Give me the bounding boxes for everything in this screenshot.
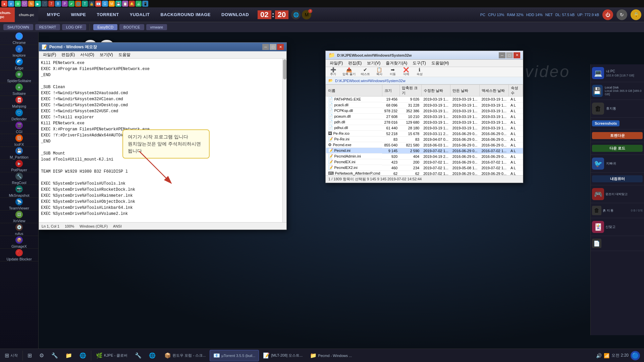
right-winjoy[interactable]: 🎮 윈조이 대박맞고 — [591, 185, 644, 203]
notepad-scrollbar[interactable] — [282, 59, 286, 222]
table-row[interactable]: 📄 pdhui.dll 61 440 28 180 2019-03-19 1..… — [326, 125, 523, 131]
top-icon-4[interactable]: 🛡 — [21, 1, 28, 7]
taskbar-kjpe[interactable]: 🌿 KJPE - 클로버 — [93, 350, 131, 361]
nav-torrent[interactable]: TORRENT — [92, 7, 124, 22]
col-acc[interactable]: 액세스한 날짜 — [479, 85, 508, 97]
tray-radar-icon[interactable]: 🔵 — [631, 351, 640, 360]
fm-menu-view[interactable]: 보기(V) — [364, 60, 383, 67]
fm-copy-btn[interactable]: 📋 복사 — [373, 67, 385, 77]
table-row[interactable]: 📝 PecmdEX.ini 423 200 2019-07-02 1... 20… — [326, 159, 523, 165]
taskbar-tool2[interactable]: 🔧 — [131, 350, 145, 361]
vmware-btn[interactable]: vmware — [146, 24, 167, 30]
taskbar-filemanager[interactable]: 📁 Pecmd - Windows ... — [307, 350, 355, 361]
notepad-menu-file[interactable]: 파일(F) — [40, 51, 59, 59]
top-icon-6[interactable]: ▶ — [35, 1, 41, 7]
top-icon-16[interactable]: G — [102, 1, 108, 7]
col-attr[interactable]: 속성 수 — [508, 85, 523, 97]
restart-btn[interactable]: RESTART — [35, 24, 60, 30]
logoff-btn[interactable]: LOG OFF — [62, 24, 86, 30]
top-icon-2[interactable]: e — [8, 1, 14, 7]
taskbar-logo[interactable]: chum-pc — [0, 7, 15, 22]
fm-menu-help[interactable]: 도움말(H) — [429, 60, 452, 67]
bootice-btn[interactable]: BOOTICE — [119, 24, 144, 30]
start-button[interactable]: ⊞ 시작 — [1, 350, 21, 361]
fm-add-btn[interactable]: ➕ 추가 — [327, 67, 339, 77]
notepad-menu-view[interactable]: 보기(V) — [97, 51, 116, 59]
right-recyclebin[interactable]: 🗑 휴지통 — [591, 100, 644, 118]
top-icon-5[interactable]: N — [28, 1, 34, 7]
nav-background[interactable]: BACKGROUND IMAGE — [155, 7, 216, 22]
col-cre[interactable]: 만든 날짜 — [450, 85, 480, 97]
fm-menu-favorites[interactable]: 즐겨찾기(A) — [383, 60, 410, 67]
fm-menu-edit[interactable]: 편집(E) — [345, 60, 364, 67]
sidebar-edge[interactable]: 🌊 Edge — [0, 58, 38, 70]
fm-minimize-btn[interactable]: ─ — [499, 52, 505, 58]
sidebar-gimagex[interactable]: 📦 GimageX — [0, 236, 38, 249]
refresh-button[interactable]: ↻ — [616, 9, 627, 20]
notepad-close-btn[interactable]: ✕ — [277, 44, 284, 50]
sidebar-mahjong[interactable]: 🀄 Mahjong — [0, 96, 38, 109]
easybcd-btn[interactable]: EasyBCD — [93, 24, 117, 30]
top-icon-12[interactable]: 🌐 — [75, 1, 81, 7]
lock-button[interactable]: 🔒 — [631, 9, 641, 20]
sidebar-updateblocker[interactable]: 🚫 Update Blocker — [0, 249, 38, 261]
top-icon-13[interactable]: T — [82, 1, 88, 7]
tray-sound[interactable]: 🔊 — [596, 353, 602, 358]
fm-close-btn[interactable]: ✕ — [514, 52, 520, 58]
taskbar-quicklaunch-3[interactable]: 🔧 — [48, 350, 61, 361]
sidebar-regcool[interactable]: 🔧 RegCool — [0, 172, 38, 185]
power-button[interactable]: ⏻ — [602, 9, 613, 20]
taskbar-winforum[interactable]: 🌐 — [146, 350, 160, 361]
right-localdisk[interactable]: 💾 Local Disk Local Disk 365.9 GB [489.0 … — [591, 82, 644, 100]
sidebar-spidersolitaire[interactable]: 🕷 SpiderSolitaire — [0, 70, 38, 83]
nav-yudalit[interactable]: YUDALIT — [124, 7, 155, 22]
top-icon-3[interactable]: ⚙ — [15, 1, 21, 7]
table-row[interactable]: 📝 Pecmd.ini 9 145 2 590 2019-07-02 1... … — [326, 148, 523, 154]
notepad-menu-format[interactable]: 서식(O) — [77, 51, 97, 59]
nav-mypc[interactable]: MYPC — [42, 7, 66, 22]
sidebar-iexplore[interactable]: e Iexplore — [0, 45, 38, 58]
right-dustbin[interactable]: 🗑 흙 지 통 0 B / 0개 — [591, 203, 644, 218]
tray-network[interactable]: 📶 — [604, 353, 609, 358]
notepad-menu-edit[interactable]: 편집(E) — [59, 51, 77, 59]
taskbar-quicklaunch-1[interactable]: ⊞ — [24, 350, 35, 361]
table-row[interactable]: 📄 pdh.dll 278 016 129 680 2019-03-19 1..… — [326, 119, 523, 125]
top-icon-22[interactable]: 📱 — [142, 1, 148, 7]
taskbar-mlt[interactable]: 📧 µTorrent 3.5.5 (buil... — [210, 350, 259, 361]
sidebar-icofx[interactable]: 🖼 IcoFX — [0, 134, 38, 147]
table-row[interactable]: 📄 pcacli.dll 68 096 31 228 2019-03-19 1.… — [326, 102, 523, 108]
fm-props-btn[interactable]: ℹ 속성 — [414, 67, 426, 77]
top-icon-7[interactable]: 🎵 — [42, 1, 48, 7]
sidebar-xnview[interactable]: 🖼 XnView — [0, 210, 38, 223]
fm-extract-btn[interactable]: 📤 압축 풀기 — [340, 67, 358, 77]
nav-winpe[interactable]: WINPE — [65, 7, 91, 22]
col-size[interactable]: 크기 — [382, 85, 399, 97]
sidebar-rufus[interactable]: 💿 rufus — [0, 223, 38, 236]
right-shinmatgo[interactable]: 🃏 신맞고 — [591, 218, 644, 236]
right-mycomputer[interactable]: 내컴퓨터 — [591, 173, 644, 185]
fm-scroll-area[interactable]: 이름 크기 압축된 크기 수정한 날짜 만든 날짜 액세스한 날짜 속성 수 📄… — [326, 84, 523, 180]
shutdown-btn[interactable]: SHUTDOWN — [3, 24, 33, 30]
table-row[interactable]: 📄 pcwum.dll 27 608 10 210 2019-03-19 1..… — [326, 114, 523, 119]
fm-test-btn[interactable]: ✔ 테스트 — [359, 67, 372, 77]
table-row[interactable]: 📄 PCPKsp.dll 978 232 352 386 2019-03-19 … — [326, 108, 523, 114]
fm-menu-file[interactable]: 파일(F) — [327, 60, 345, 67]
mail-icon[interactable]: M ! — [302, 10, 311, 19]
taskbar-pecmd[interactable]: 📝 [MLT-208] 오스트... — [260, 350, 306, 361]
sidebar-mpartition[interactable]: 💾 M_Partition — [0, 147, 38, 160]
sidebar-solitaire[interactable]: ♠ Solitaire — [0, 83, 38, 96]
col-name[interactable]: 이름 — [326, 85, 382, 97]
taskbar-quicklaunch-2[interactable]: ⚙ — [36, 350, 47, 361]
notepad-minimize-btn[interactable]: ─ — [262, 44, 269, 50]
fm-address-bar[interactable]: 📂 D:\KJPEWboot.wim#Windows#System32w — [326, 77, 523, 84]
fm-maximize-btn[interactable]: □ — [506, 52, 513, 58]
top-icon-15[interactable]: 📧 — [95, 1, 101, 7]
col-csize[interactable]: 압축된 크기 — [399, 85, 421, 97]
right-mypc[interactable]: 💻 내 PC 102.6 GB [118.7 GB] — [591, 64, 644, 82]
globe-icon[interactable]: 🌐 — [291, 10, 301, 19]
table-row[interactable]: 📝 Pe-Re.ini 83 83 2019-04-07 0... 2016-0… — [326, 136, 523, 142]
sidebar-potplayer[interactable]: ▶ PotPlayer — [0, 160, 38, 172]
taskbar-utorrent[interactable]: 📦 윈도우 포럼 - 스크... — [161, 350, 209, 361]
table-row[interactable]: 📝 PecmdEX2.ini 460 234 2019-07-02 1... 2… — [326, 165, 523, 171]
table-row[interactable]: 📄 PATHPING.EXE 19 456 9 026 2019-03-19 1… — [326, 97, 523, 103]
